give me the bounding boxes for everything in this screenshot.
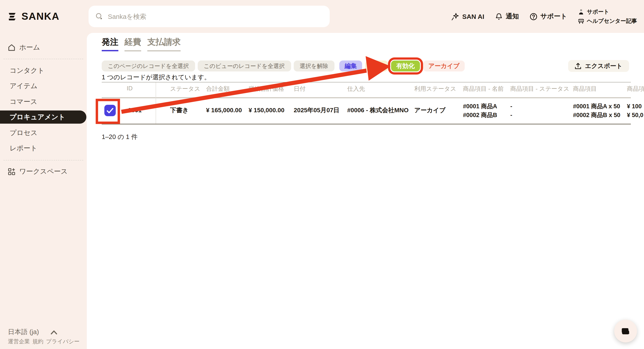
sidebar-item-workspace[interactable]: ワークスペース <box>0 166 87 177</box>
app-root: SANKA SAN AI 通知 <box>0 0 644 349</box>
archive-button[interactable]: アーカイブ <box>423 60 465 72</box>
sidebar-divider <box>4 59 83 59</box>
chat-bubble-icon <box>621 326 630 336</box>
help-center-link[interactable]: ヘルプセンター記事 <box>578 17 637 25</box>
sidebar-item-label: プロキュアメント <box>10 112 65 122</box>
language-label: 日本語 (ja) <box>8 328 39 336</box>
sidebar-item-contacts[interactable]: コンタクト <box>0 65 87 76</box>
edit-button[interactable]: 編集 <box>339 60 362 72</box>
col-header-item-name: 商品項目 - 名前 <box>463 85 504 93</box>
sidebar-item-label: ホーム <box>19 43 40 52</box>
support-button[interactable]: サポート <box>529 12 567 20</box>
sidebar-item-home[interactable]: ホーム <box>0 42 87 52</box>
help-support-link[interactable]: サポート <box>578 8 637 16</box>
footer-link-company[interactable]: 運営企業 <box>8 338 30 346</box>
col-header-status: ステータス <box>170 85 200 93</box>
upload-icon <box>575 62 582 70</box>
row-checkbox[interactable] <box>104 105 116 116</box>
select-all-view-button[interactable]: このビューのレコードを全選択 <box>198 60 291 72</box>
chat-launcher-button[interactable] <box>614 320 637 342</box>
col-header-subtotal: 税抜合計価格 <box>248 85 284 93</box>
search-icon <box>96 13 103 20</box>
san-ai-button[interactable]: SAN AI <box>451 12 484 20</box>
sidebar-item-label: プロセス <box>10 128 38 138</box>
col-header-item-status: 商品項目 - ステータス <box>510 85 570 93</box>
sanka-logo[interactable]: SANKA <box>7 10 60 22</box>
table-header-border <box>102 97 631 98</box>
sparkle-icon <box>451 12 459 20</box>
top-nav: SAN AI 通知 サポート <box>451 0 637 33</box>
sidebar-item-commerce[interactable]: コマース <box>0 96 87 107</box>
col-header-usage-status: 利用ステータス <box>414 85 456 93</box>
help-center-label: ヘルプセンター記事 <box>587 17 637 25</box>
selection-note: 1 つのレコードが選択されています。 <box>102 73 210 82</box>
tab-orders[interactable]: 発注 <box>102 36 118 51</box>
cell-usage-status: アーカイブ <box>414 106 446 114</box>
tab-payment-requests[interactable]: 支払請求 <box>147 36 180 51</box>
top-bar: SANKA SAN AI 通知 <box>0 0 644 33</box>
cell-item-prices: ¥ 100 ¥ 50,0 <box>627 102 643 120</box>
cell-item-statuses: - - <box>510 102 512 120</box>
col-header-total: 合計金額 <box>206 85 230 93</box>
export-label: エクスポート <box>585 62 622 70</box>
cell-subtotal: ¥ 150,000.00 <box>248 106 284 114</box>
cell-supplier: #0006 - 株式会社MNO <box>347 106 408 114</box>
help-support-label: サポート <box>587 8 609 16</box>
sidebar-item-label: アイテム <box>10 81 38 90</box>
clear-selection-button[interactable]: 選択を解除 <box>294 60 334 72</box>
sidebar-item-process[interactable]: プロセス <box>0 128 87 138</box>
sidebar-divider <box>4 160 83 160</box>
checkmark-icon <box>106 108 114 113</box>
duplicate-button[interactable]: 複製 <box>365 60 388 72</box>
sidebar-item-label: ワークスペース <box>19 167 68 176</box>
bell-icon <box>495 12 502 20</box>
question-circle-icon <box>529 12 537 20</box>
support-label: サポート <box>540 12 567 20</box>
cell-id: 0001 <box>128 106 142 114</box>
sidebar-footer-links: 運営企業 規約 プライバシー <box>8 338 80 346</box>
sidebar-item-label: コマース <box>10 97 37 106</box>
activate-button[interactable]: 有効化 <box>391 60 420 72</box>
sidebar: ホーム コンタクト アイテム コマース プロキュアメント プロセス レポート <box>0 33 87 349</box>
footer-link-privacy[interactable]: プライバシー <box>46 338 80 346</box>
cell-total: ¥ 165,000.00 <box>206 106 242 114</box>
selection-toolbar: このページのレコードを全選択 このビューのレコードを全選択 選択を解除 <box>102 60 334 72</box>
table-bottom-border <box>102 124 631 124</box>
select-all-page-button[interactable]: このページのレコードを全選択 <box>102 60 195 72</box>
global-search <box>88 6 330 27</box>
col-header-items: 商品項目 <box>573 85 597 93</box>
table-top-border <box>102 82 631 82</box>
cell-items: #0001 商品A x 50 #0002 商品B x 50 <box>573 102 620 120</box>
table-column-divider <box>156 82 156 124</box>
tab-expenses[interactable]: 経費 <box>124 36 141 51</box>
search-input[interactable] <box>108 13 323 20</box>
help-center-icon <box>578 18 584 24</box>
tab-bar: 発注 経費 支払請求 <box>102 36 180 51</box>
help-block: サポート ヘルプセンター記事 <box>578 8 637 25</box>
main-content: 発注 経費 支払請求 このページのレコードを全選択 このビューのレコードを全選択… <box>87 33 644 349</box>
col-header-id: ID <box>127 85 132 92</box>
cell-status: 下書き <box>170 106 189 114</box>
cell-date: 2025年05月07日 <box>294 106 340 114</box>
sidebar-item-label: レポート <box>10 144 37 153</box>
chevron-up-icon <box>50 330 58 334</box>
language-switcher[interactable]: 日本語 (ja) <box>8 328 58 336</box>
notifications-button[interactable]: 通知 <box>495 12 519 20</box>
sidebar-item-label: コンタクト <box>10 66 44 75</box>
sidebar-item-items[interactable]: アイテム <box>0 81 87 91</box>
san-ai-label: SAN AI <box>462 13 484 20</box>
footer-link-terms[interactable]: 規約 <box>32 338 44 346</box>
export-button[interactable]: エクスポート <box>568 60 629 72</box>
pagination-summary: 1–20 の 1 件 <box>102 133 138 141</box>
col-header-date: 日付 <box>294 85 306 93</box>
sidebar-item-procurement[interactable]: プロキュアメント <box>0 110 86 124</box>
record-actions-toolbar: 編集 複製 有効化 アーカイブ <box>339 60 465 72</box>
home-icon <box>8 43 16 52</box>
sanka-logo-icon <box>7 11 18 22</box>
sidebar-item-reports[interactable]: レポート <box>0 143 87 154</box>
col-header-supplier: 仕入先 <box>347 85 365 93</box>
person-icon <box>578 8 584 15</box>
logo-text: SANKA <box>22 10 60 22</box>
notifications-label: 通知 <box>506 12 519 20</box>
cell-item-names: #0001 商品A #0002 商品B <box>463 102 497 120</box>
